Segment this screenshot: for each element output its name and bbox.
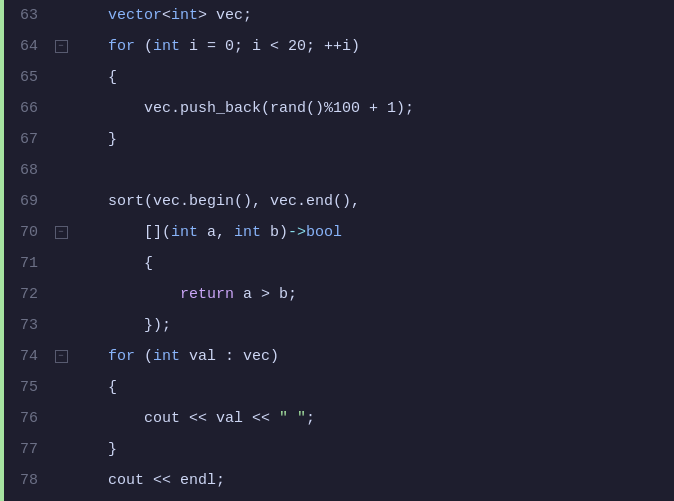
line-number: 78 [4, 465, 50, 496]
fold-indicator [50, 403, 72, 434]
code-text: for (int val : vec) [72, 341, 674, 372]
code-text: for (int i = 0; i < 20; ++i) [72, 31, 674, 62]
token: vec.push_back(rand()%100 + 1); [72, 100, 414, 117]
fold-indicator[interactable]: − [50, 31, 72, 62]
line-number: 75 [4, 372, 50, 403]
fold-indicator [50, 0, 72, 31]
token: return [180, 286, 234, 303]
table-row: 66 vec.push_back(rand()%100 + 1); [4, 93, 674, 124]
table-row: 68 [4, 155, 674, 186]
code-text: { [72, 372, 674, 403]
token: b) [261, 224, 288, 241]
fold-indicator [50, 93, 72, 124]
line-number: 72 [4, 279, 50, 310]
line-number: 73 [4, 310, 50, 341]
token: } [72, 131, 117, 148]
token [72, 38, 108, 55]
token: int [234, 224, 261, 241]
token: { [72, 69, 117, 86]
line-number: 69 [4, 186, 50, 217]
code-text: return a > b; [72, 279, 674, 310]
fold-indicator [50, 248, 72, 279]
line-number: 63 [4, 0, 50, 31]
table-row: 75 { [4, 372, 674, 403]
token: for [108, 38, 135, 55]
fold-indicator [50, 62, 72, 93]
table-row: 78 cout << endl; [4, 465, 674, 496]
token: a, [198, 224, 234, 241]
code-text: } [72, 434, 674, 465]
table-row: 65 { [4, 62, 674, 93]
token: bool [306, 224, 342, 241]
token: for [108, 348, 135, 365]
table-row: 73 }); [4, 310, 674, 341]
fold-indicator[interactable]: − [50, 341, 72, 372]
table-row: 71 { [4, 248, 674, 279]
line-number: 68 [4, 155, 50, 186]
token: > vec; [198, 7, 252, 24]
code-text: vec.push_back(rand()%100 + 1); [72, 93, 674, 124]
line-number: 66 [4, 93, 50, 124]
fold-indicator [50, 434, 72, 465]
fold-button[interactable]: − [55, 40, 68, 53]
fold-indicator[interactable]: − [50, 217, 72, 248]
token: int [171, 7, 198, 24]
code-editor: 63 vector<int> vec;64− for (int i = 0; i… [0, 0, 674, 501]
table-row: 67 } [4, 124, 674, 155]
token: sort(vec.begin(), vec.end(), [72, 193, 360, 210]
table-row: 77 } [4, 434, 674, 465]
fold-button[interactable]: − [55, 350, 68, 363]
fold-indicator [50, 465, 72, 496]
table-row: 72 return a > b; [4, 279, 674, 310]
table-row: 63 vector<int> vec; [4, 0, 674, 31]
line-number: 70 [4, 217, 50, 248]
token: i = 0; i < 20; ++i) [180, 38, 360, 55]
code-text: cout << val << " "; [72, 403, 674, 434]
table-row: 76 cout << val << " "; [4, 403, 674, 434]
table-row: 74− for (int val : vec) [4, 341, 674, 372]
token: int [153, 348, 180, 365]
token: } [72, 441, 117, 458]
line-number: 74 [4, 341, 50, 372]
fold-indicator [50, 372, 72, 403]
code-text: { [72, 248, 674, 279]
code-text: [](int a, int b)->bool [72, 217, 674, 248]
token: < [162, 7, 171, 24]
table-row: 70− [](int a, int b)->bool [4, 217, 674, 248]
fold-indicator [50, 310, 72, 341]
table-row: 69 sort(vec.begin(), vec.end(), [4, 186, 674, 217]
code-text: }); [72, 310, 674, 341]
line-number: 71 [4, 248, 50, 279]
token: -> [288, 224, 306, 241]
token [72, 348, 108, 365]
line-number: 67 [4, 124, 50, 155]
code-text [72, 155, 674, 186]
token: cout << val << [72, 410, 279, 427]
token: { [72, 255, 153, 272]
fold-indicator [50, 186, 72, 217]
token [72, 286, 180, 303]
token: cout << endl; [72, 472, 225, 489]
token [72, 7, 108, 24]
table-row: 64− for (int i = 0; i < 20; ++i) [4, 31, 674, 62]
token: ( [135, 38, 153, 55]
line-number: 76 [4, 403, 50, 434]
token: a > b; [234, 286, 297, 303]
fold-indicator [50, 279, 72, 310]
token: }); [72, 317, 171, 334]
code-text: sort(vec.begin(), vec.end(), [72, 186, 674, 217]
code-text: vector<int> vec; [72, 0, 674, 31]
fold-button[interactable]: − [55, 226, 68, 239]
code-text: } [72, 124, 674, 155]
token: " " [279, 410, 306, 427]
token: val : vec) [180, 348, 279, 365]
line-number: 65 [4, 62, 50, 93]
token: []( [72, 224, 171, 241]
code-text: cout << endl; [72, 465, 674, 496]
code-text: { [72, 62, 674, 93]
token: ; [306, 410, 315, 427]
token: int [171, 224, 198, 241]
line-number: 77 [4, 434, 50, 465]
token: ( [135, 348, 153, 365]
token: int [153, 38, 180, 55]
